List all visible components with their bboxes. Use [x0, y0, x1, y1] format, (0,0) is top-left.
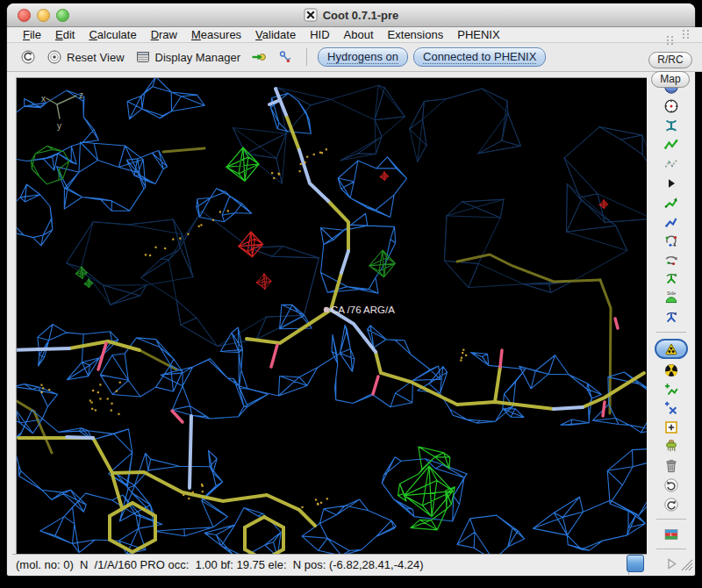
expand-triangle-icon[interactable] [662, 175, 681, 191]
scroll-thumb[interactable] [627, 555, 644, 572]
fill-partial-icon[interactable] [662, 439, 681, 455]
display-manager-icon [135, 49, 151, 65]
toolbar-label: Reset View [67, 51, 125, 64]
flag-icon[interactable] [662, 526, 681, 542]
rotate-translate-icon[interactable] [662, 252, 681, 269]
molecule-button[interactable] [275, 47, 296, 67]
window-title: Coot 0.7.1-pre [323, 9, 399, 22]
side-grip[interactable] [665, 33, 676, 49]
status-bar: (mol. no: 0) N /1/A/160 PRO occ: 1.00 bf… [12, 554, 629, 575]
atom-label: CA /76 ARG/A [331, 305, 395, 315]
menu-hid[interactable]: HID [303, 28, 336, 41]
menu-edit[interactable]: Edit [48, 28, 82, 41]
right-toolbar: Side [647, 77, 695, 572]
rigid-body-icon[interactable] [662, 156, 681, 173]
menu-extensions[interactable]: Extensions [381, 28, 451, 41]
title-bar[interactable]: Coot 0.7.1-pre [7, 4, 695, 27]
x11-app-icon [304, 8, 318, 22]
toolbar-separator [656, 332, 686, 333]
green-arrow-button[interactable] [248, 47, 269, 67]
connected-to-phenix-toggle[interactable]: Connected to PHENIX [413, 47, 546, 67]
regularize-icon[interactable] [662, 137, 681, 154]
menu-file[interactable]: File [16, 28, 48, 41]
add-terminal-residue-icon[interactable] [662, 381, 681, 398]
reset-view-button[interactable]: Reset View [44, 47, 127, 67]
coot-window: Coot 0.7.1-pre FileEditCalculateDrawMeas… [7, 4, 695, 576]
menu-bar: FileEditCalculateDrawMeasuresValidateHID… [7, 27, 702, 42]
menu-draw[interactable]: Draw [144, 28, 184, 41]
hydrogens-on-toggle[interactable]: Hydrogens on [318, 47, 408, 67]
side-chain-180-icon[interactable]: Side [662, 290, 681, 307]
status-text: (mol. no: 0) N /1/A/160 PRO occ: 1.00 bf… [12, 558, 424, 571]
menu-measures[interactable]: Measures [184, 28, 248, 41]
mutate-autofit-icon[interactable] [655, 339, 688, 359]
axis-y-label: y [57, 121, 61, 131]
green-arrow-icon [251, 49, 267, 65]
rrc-button[interactable]: R/RC [648, 52, 691, 68]
molecule-icon [277, 49, 293, 65]
redo-icon[interactable] [662, 496, 681, 513]
toolbar-separator [656, 519, 686, 520]
desktop: Coot 0.7.1-pre FileEditCalculateDrawMeas… [0, 0, 702, 588]
axis-z-label: z [79, 90, 83, 100]
back-circle-button[interactable] [18, 47, 39, 67]
refine-icon[interactable] [662, 118, 681, 134]
auto-fit-rotamer-icon[interactable] [662, 194, 681, 211]
flip-peptide-green-icon[interactable] [662, 271, 681, 288]
flip-peptide-blue-icon[interactable] [662, 310, 681, 326]
back-circle-icon [20, 49, 36, 65]
menu-validate[interactable]: Validate [248, 28, 303, 41]
target-circle-icon [47, 49, 62, 65]
menu-calculate[interactable]: Calculate [82, 28, 143, 41]
display-manager-button[interactable]: Display Manager [133, 47, 244, 67]
svg-text:Side: Side [666, 290, 675, 296]
axis-x-label: x [41, 94, 46, 104]
add-alt-conf-icon[interactable] [662, 400, 681, 417]
toolbar-separator [656, 549, 686, 549]
menu-phenix[interactable]: PHENIX [450, 28, 506, 41]
toolbar-separator [306, 48, 307, 66]
toolbar-label: Display Manager [155, 51, 241, 64]
recentre-icon[interactable] [662, 98, 681, 115]
resize-grip[interactable] [677, 556, 694, 572]
edit-chi-icon[interactable] [662, 233, 681, 249]
undo-icon[interactable] [662, 477, 681, 493]
map-button[interactable]: Map [651, 71, 689, 88]
delete-item-icon[interactable] [662, 458, 681, 475]
menu-about[interactable]: About [337, 28, 381, 41]
gl-canvas[interactable]: x z y CA /76 ARG/A [16, 77, 648, 555]
place-atom-icon[interactable] [662, 419, 681, 436]
main-toolbar: Reset ViewDisplay ManagerHydrogens onCon… [7, 42, 702, 72]
rotamer-icon[interactable] [662, 213, 681, 230]
simple-mutate-icon[interactable] [662, 362, 681, 378]
